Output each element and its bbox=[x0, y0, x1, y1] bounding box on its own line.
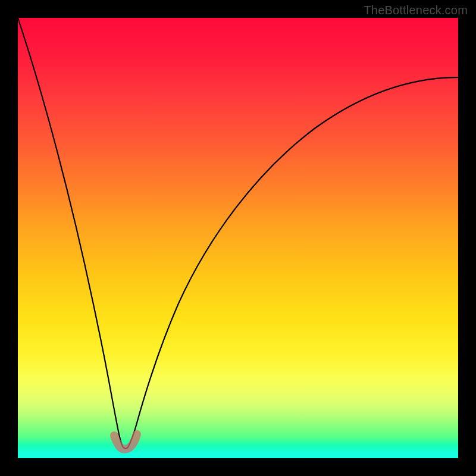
bottleneck-curve bbox=[18, 18, 458, 449]
plot-area bbox=[18, 18, 458, 458]
chart-frame: TheBottleneck.com bbox=[0, 0, 476, 476]
minimum-highlight bbox=[114, 434, 137, 449]
watermark-text: TheBottleneck.com bbox=[364, 4, 468, 17]
curve-layer bbox=[18, 18, 458, 458]
